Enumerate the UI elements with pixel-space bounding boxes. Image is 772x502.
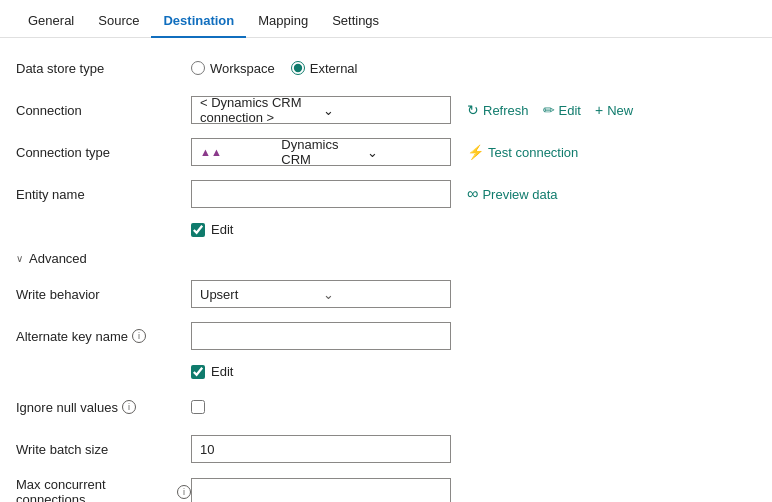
write-batch-size-row: Write batch size bbox=[16, 435, 756, 463]
edit-connection-label: Edit bbox=[559, 103, 581, 118]
data-store-type-label: Data store type bbox=[16, 61, 191, 76]
data-store-type-row: Data store type Workspace External bbox=[16, 54, 756, 82]
alternate-key-edit-checkbox[interactable] bbox=[191, 365, 205, 379]
max-concurrent-connections-label-text: Max concurrent connections bbox=[16, 477, 173, 502]
connection-dropdown[interactable]: < Dynamics CRM connection > ⌄ bbox=[191, 96, 451, 124]
entity-name-label: Entity name bbox=[16, 187, 191, 202]
data-store-type-radio-group: Workspace External bbox=[191, 61, 358, 76]
connection-type-dropdown[interactable]: ▲▲ Dynamics CRM ⌄ bbox=[191, 138, 451, 166]
new-connection-link[interactable]: + New bbox=[595, 102, 633, 118]
write-behavior-row: Write behavior Upsert ⌄ bbox=[16, 280, 756, 308]
ignore-null-values-controls bbox=[191, 400, 756, 414]
connection-type-value: Dynamics CRM bbox=[281, 137, 356, 167]
advanced-label: Advanced bbox=[29, 251, 87, 266]
write-batch-size-label: Write batch size bbox=[16, 442, 191, 457]
entity-name-action-links: ∞ Preview data bbox=[467, 185, 558, 203]
alternate-key-name-info-icon: i bbox=[132, 329, 146, 343]
connection-type-label: Connection type bbox=[16, 145, 191, 160]
tab-source[interactable]: Source bbox=[86, 5, 151, 38]
new-connection-label: New bbox=[607, 103, 633, 118]
crm-icon: ▲▲ bbox=[200, 146, 275, 158]
test-connection-link[interactable]: ⚡ Test connection bbox=[467, 144, 578, 160]
write-behavior-controls: Upsert ⌄ bbox=[191, 280, 756, 308]
external-radio-item[interactable]: External bbox=[291, 61, 358, 76]
external-radio[interactable] bbox=[291, 61, 305, 75]
tab-destination[interactable]: Destination bbox=[151, 5, 246, 38]
connection-type-action-links: ⚡ Test connection bbox=[467, 144, 578, 160]
entity-name-row: Entity name ∞ Preview data bbox=[16, 180, 756, 208]
alternate-key-name-label: Alternate key name i bbox=[16, 329, 191, 344]
test-connection-label: Test connection bbox=[488, 145, 578, 160]
content-area: Data store type Workspace External Conne… bbox=[0, 38, 772, 502]
alternate-key-name-controls bbox=[191, 322, 756, 350]
alternate-key-edit-row: Edit bbox=[191, 364, 756, 379]
max-concurrent-connections-row: Max concurrent connections i bbox=[16, 477, 756, 502]
refresh-label: Refresh bbox=[483, 103, 529, 118]
connection-action-links: ↻ Refresh ✏ Edit + New bbox=[467, 102, 633, 118]
connection-controls: < Dynamics CRM connection > ⌄ ↻ Refresh … bbox=[191, 96, 756, 124]
workspace-radio-item[interactable]: Workspace bbox=[191, 61, 275, 76]
data-store-type-controls: Workspace External bbox=[191, 61, 756, 76]
entity-name-edit-row: Edit bbox=[191, 222, 756, 237]
edit-connection-link[interactable]: ✏ Edit bbox=[543, 102, 581, 118]
tab-settings[interactable]: Settings bbox=[320, 5, 391, 38]
ignore-null-values-row: Ignore null values i bbox=[16, 393, 756, 421]
ignore-null-values-label: Ignore null values i bbox=[16, 400, 191, 415]
connection-type-controls: ▲▲ Dynamics CRM ⌄ ⚡ Test connection bbox=[191, 138, 756, 166]
alternate-key-edit-label: Edit bbox=[211, 364, 233, 379]
connection-type-dropdown-arrow-icon: ⌄ bbox=[367, 145, 442, 160]
entity-name-edit-label: Edit bbox=[211, 222, 233, 237]
edit-connection-icon: ✏ bbox=[543, 102, 555, 118]
entity-name-input[interactable] bbox=[191, 180, 451, 208]
alternate-key-name-label-text: Alternate key name bbox=[16, 329, 128, 344]
preview-data-link[interactable]: ∞ Preview data bbox=[467, 185, 558, 203]
connection-label: Connection bbox=[16, 103, 191, 118]
max-concurrent-connections-label: Max concurrent connections i bbox=[16, 477, 191, 502]
refresh-icon: ↻ bbox=[467, 102, 479, 118]
advanced-chevron-icon: ∨ bbox=[16, 253, 23, 264]
write-behavior-value: Upsert bbox=[200, 287, 319, 302]
connection-type-row: Connection type ▲▲ Dynamics CRM ⌄ ⚡ Test… bbox=[16, 138, 756, 166]
write-batch-size-input[interactable] bbox=[191, 435, 451, 463]
workspace-radio-label: Workspace bbox=[210, 61, 275, 76]
tab-mapping[interactable]: Mapping bbox=[246, 5, 320, 38]
max-concurrent-connections-controls bbox=[191, 478, 756, 502]
connection-dropdown-arrow-icon: ⌄ bbox=[323, 103, 442, 118]
preview-data-label: Preview data bbox=[482, 187, 557, 202]
test-connection-icon: ⚡ bbox=[467, 144, 484, 160]
write-behavior-label: Write behavior bbox=[16, 287, 191, 302]
ignore-null-values-info-icon: i bbox=[122, 400, 136, 414]
workspace-radio[interactable] bbox=[191, 61, 205, 75]
ignore-null-values-checkbox[interactable] bbox=[191, 400, 205, 414]
connection-row: Connection < Dynamics CRM connection > ⌄… bbox=[16, 96, 756, 124]
preview-data-icon: ∞ bbox=[467, 185, 478, 203]
entity-name-edit-checkbox[interactable] bbox=[191, 223, 205, 237]
tab-bar: General Source Destination Mapping Setti… bbox=[0, 0, 772, 38]
tab-general[interactable]: General bbox=[16, 5, 86, 38]
external-radio-label: External bbox=[310, 61, 358, 76]
alternate-key-name-row: Alternate key name i bbox=[16, 322, 756, 350]
write-behavior-dropdown[interactable]: Upsert ⌄ bbox=[191, 280, 451, 308]
max-concurrent-connections-info-icon: i bbox=[177, 485, 191, 499]
alternate-key-name-input[interactable] bbox=[191, 322, 451, 350]
new-connection-icon: + bbox=[595, 102, 603, 118]
connection-dropdown-value: < Dynamics CRM connection > bbox=[200, 95, 319, 125]
ignore-null-values-label-text: Ignore null values bbox=[16, 400, 118, 415]
write-behavior-dropdown-arrow-icon: ⌄ bbox=[323, 287, 442, 302]
refresh-link[interactable]: ↻ Refresh bbox=[467, 102, 529, 118]
entity-name-controls: ∞ Preview data bbox=[191, 180, 756, 208]
write-batch-size-controls bbox=[191, 435, 756, 463]
max-concurrent-connections-input[interactable] bbox=[191, 478, 451, 502]
advanced-toggle[interactable]: ∨ Advanced bbox=[16, 251, 756, 266]
